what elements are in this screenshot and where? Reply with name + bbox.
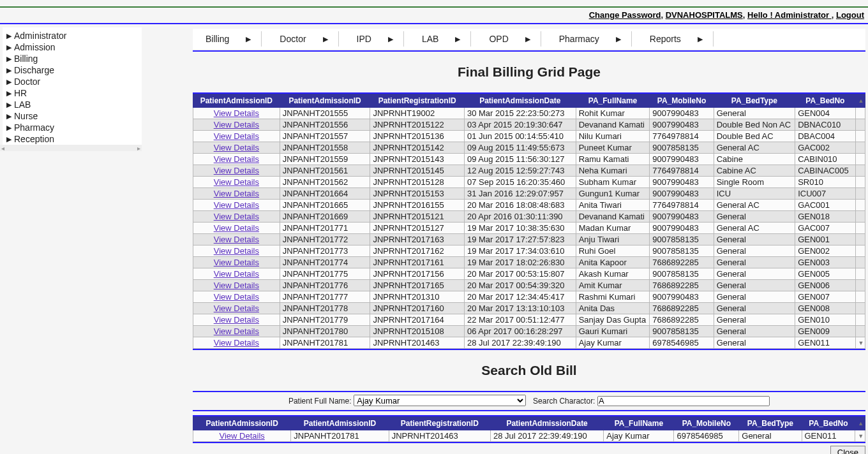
column-header[interactable]: PatientAdmissionID (280, 94, 370, 108)
column-header[interactable]: PA_BedType (739, 417, 802, 430)
view-details-link[interactable]: View Details (214, 177, 259, 187)
sidebar-item-discharge[interactable]: ▶Discharge (3, 64, 142, 76)
sidebar-item-doctor[interactable]: ▶Doctor (3, 76, 142, 87)
top-menu-item-lab[interactable]: LAB▶ (412, 31, 471, 47)
view-details-link[interactable]: View Details (214, 292, 259, 302)
column-header[interactable]: PA_MobileNo (650, 94, 714, 108)
view-details-link[interactable]: View Details (214, 269, 259, 279)
logout-link[interactable]: Logout (836, 10, 864, 20)
cell-admission-date: 30 Mar 2015 22:23:50:273 (464, 108, 576, 119)
column-header[interactable]: PatientAdmissionDate (464, 94, 576, 108)
view-details-link[interactable]: View Details (214, 212, 259, 221)
view-details-link[interactable]: View Details (214, 315, 259, 325)
cell-mobile: 7764978814 (650, 200, 714, 211)
scroll-down-icon[interactable]: ▼ (858, 433, 862, 439)
org-link[interactable]: DVNAHOSPITALMS (666, 10, 743, 20)
table-row: View DetailsJNPANHT201556JNPRNHT20151220… (193, 119, 865, 131)
cell-registration-id: JNPRNHT2015127 (370, 223, 465, 234)
scroll-right-icon[interactable]: ▸ (137, 145, 140, 152)
cell-bedtype: General (714, 234, 795, 245)
sidebar-item-reception[interactable]: ▶Reception (3, 133, 142, 145)
sidebar-item-nurse[interactable]: ▶Nurse (3, 110, 142, 122)
view-details-link[interactable]: View Details (214, 200, 259, 210)
column-header[interactable]: PA_BedType (714, 94, 795, 108)
cell-bedno: GEN011 (802, 430, 855, 442)
view-details-link[interactable]: View Details (214, 120, 259, 129)
sidebar-item-billing[interactable]: ▶Billing (3, 53, 142, 64)
triangle-right-icon: ▶ (6, 89, 11, 98)
cell-fullname: Subham Kumar (576, 177, 650, 188)
cell-bedtype: General AC (714, 200, 795, 211)
column-header[interactable]: PA_MobileNo (674, 417, 739, 430)
change-password-link[interactable]: Change Password (589, 10, 661, 20)
view-details-link[interactable]: View Details (214, 338, 259, 348)
view-details-link[interactable]: View Details (214, 223, 259, 233)
cell-bedno: DBAC004 (795, 131, 855, 142)
cell-bedtype: General AC (714, 223, 795, 234)
cell-admission-id: JNPANHT201772 (280, 234, 370, 245)
column-header[interactable]: PatientAdmissionID (291, 417, 389, 430)
char-input[interactable] (597, 396, 770, 406)
column-header[interactable]: PA_FullName (576, 94, 650, 108)
sidebar-item-administrator[interactable]: ▶Administrator (3, 30, 142, 41)
cell-mobile: 9007990483 (650, 154, 714, 165)
top-menu-item-billing[interactable]: Billing▶ (195, 31, 262, 47)
cell-mobile: 9007858135 (650, 326, 714, 337)
page-title: Final Billing Grid Page (193, 64, 865, 80)
sidebar-item-pharmacy[interactable]: ▶Pharmacy (3, 122, 142, 133)
sidebar-item-admission[interactable]: ▶Admission (3, 41, 142, 53)
view-details-link[interactable]: View Details (214, 281, 259, 290)
cell-admission-date: 19 Mar 2017 17:27:57:823 (464, 234, 576, 245)
scroll-left-icon[interactable]: ◂ (1, 145, 4, 152)
column-header[interactable]: PatientAdmissionID (193, 94, 280, 108)
table-row: View DetailsJNPANHT201562JNPRNHT20151280… (193, 177, 865, 188)
cell-bedno: ICU007 (795, 188, 855, 200)
table-row: View DetailsJNPANHT201780JNPRNHT20151080… (193, 326, 865, 337)
top-menu-item-pharmacy[interactable]: Pharmacy▶ (549, 31, 632, 47)
scroll-up-icon[interactable]: ▲ (858, 420, 862, 427)
cell-fullname: Rohit Kumar (576, 108, 650, 119)
sidebar-item-label: Admission (14, 42, 56, 52)
view-details-link[interactable]: View Details (214, 304, 259, 313)
top-menu-label: Doctor (280, 34, 306, 44)
top-menu-label: Billing (206, 34, 229, 44)
top-menu-item-ipd[interactable]: IPD▶ (347, 31, 404, 47)
sidebar-item-label: HR (14, 88, 27, 98)
cell-admission-date: 22 Mar 2017 00:51:12:477 (464, 314, 576, 326)
column-header[interactable]: PA_BedNo (802, 417, 855, 430)
top-menu-item-doctor[interactable]: Doctor▶ (269, 31, 338, 47)
triangle-right-icon: ▶ (323, 35, 328, 43)
top-menu-item-opd[interactable]: OPD▶ (479, 31, 541, 47)
fullname-select[interactable]: Ajay Kumar (354, 395, 526, 406)
view-details-link[interactable]: View Details (214, 235, 259, 244)
view-details-link[interactable]: View Details (214, 108, 259, 118)
view-details-link[interactable]: View Details (214, 189, 259, 198)
column-header[interactable]: PA_FullName (604, 417, 674, 430)
sidebar-item-lab[interactable]: ▶LAB (3, 99, 142, 110)
column-header[interactable]: PA_BedNo (795, 94, 855, 108)
top-menu-item-reports[interactable]: Reports▶ (640, 31, 714, 47)
sidebar-item-label: LAB (14, 99, 31, 110)
view-details-link[interactable]: View Details (214, 143, 259, 152)
scroll-down-icon[interactable]: ▼ (858, 340, 862, 346)
cell-registration-id: JNPRNHT2015128 (370, 177, 465, 188)
sidebar-item-hr[interactable]: ▶HR (3, 87, 142, 99)
hello-link[interactable]: Hello ! Administrator (747, 10, 832, 20)
cell-bedno: CABINAC005 (795, 165, 855, 177)
view-details-link[interactable]: View Details (214, 154, 259, 164)
view-details-link[interactable]: View Details (214, 326, 259, 336)
view-details-link[interactable]: View Details (220, 431, 265, 441)
view-details-link[interactable]: View Details (214, 258, 259, 267)
column-header[interactable]: PatientAdmissionID (193, 417, 291, 430)
sidebar: ▶Administrator▶Admission▶Billing▶Dischar… (3, 27, 142, 145)
scroll-up-icon[interactable]: ▲ (858, 98, 862, 104)
column-header[interactable]: PatientRegistrationID (370, 94, 465, 108)
column-header[interactable]: PatientAdmissionDate (490, 417, 603, 430)
cell-mobile: 7686892285 (650, 303, 714, 314)
view-details-link[interactable]: View Details (214, 166, 259, 175)
close-button[interactable]: Close (830, 446, 865, 454)
column-header[interactable]: PatientRegistrationID (389, 417, 490, 430)
sidebar-item-label: Administrator (14, 31, 66, 41)
view-details-link[interactable]: View Details (214, 246, 259, 256)
view-details-link[interactable]: View Details (214, 131, 259, 141)
